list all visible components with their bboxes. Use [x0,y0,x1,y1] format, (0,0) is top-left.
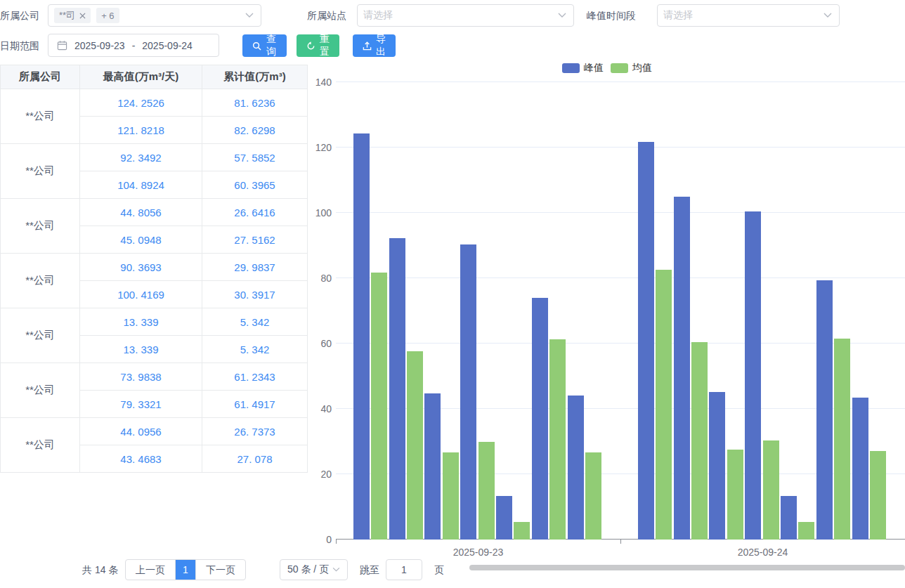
avg-bar [798,522,814,540]
cumulative-value-cell[interactable]: 57. 5852 [202,144,308,171]
cumulative-value-cell[interactable]: 30. 3917 [202,281,308,308]
cumulative-value-cell[interactable]: 81. 6236 [202,89,308,117]
avg-bar [691,342,708,540]
station-select[interactable]: 请选择 [357,4,574,27]
peak-bar [852,398,868,540]
company-cell: **公司 [1,89,80,144]
pagination-total: 共 14 条 [82,559,118,580]
avg-bar [727,450,743,540]
date-range-input[interactable]: 2025-09-23 - 2025-09-24 [48,34,219,57]
date-start: 2025-09-23 [74,40,125,51]
table-row: **公司13. 3395. 342 [1,308,308,336]
company-select[interactable]: **司 + 6 [48,4,261,27]
column-header-max: 最高值(万m³/天) [80,65,202,89]
max-value-cell[interactable]: 13. 339 [80,308,202,336]
y-axis-tick-label: 80 [308,273,332,284]
avg-bar [407,351,423,540]
avg-bar [549,339,566,540]
company-filter-label: 所属公司 [0,4,39,27]
column-header-cumulative: 累计值(万m³) [202,65,308,89]
company-cell: **公司 [1,418,80,473]
avg-bar [763,440,779,540]
cumulative-value-cell[interactable]: 82. 6298 [202,117,308,144]
legend-item-peak[interactable]: 峰值 [562,62,604,74]
query-button[interactable]: 查询 [242,34,287,57]
legend-label-avg: 均值 [632,62,652,74]
cumulative-value-cell[interactable]: 61. 4917 [202,391,308,418]
peak-period-select[interactable]: 请选择 [657,4,840,27]
export-icon [363,41,372,51]
chart-horizontal-scrollbar[interactable] [469,565,905,570]
peak-bar [674,197,690,540]
company-cell: **公司 [1,199,80,254]
peak-bar [816,280,833,540]
max-value-cell[interactable]: 43. 4683 [80,445,202,473]
y-axis-tick-label: 40 [308,403,332,414]
tag-close-icon[interactable] [79,13,86,19]
company-cell: **公司 [1,144,80,199]
company-tag: **司 [54,8,91,23]
table-row: **公司44. 805626. 6416 [1,199,308,226]
chevron-down-icon [823,13,832,18]
max-value-cell[interactable]: 124. 2526 [80,89,202,117]
cumulative-value-cell[interactable]: 26. 6416 [202,199,308,226]
cumulative-value-cell[interactable]: 26. 7373 [202,418,308,445]
cumulative-value-cell[interactable]: 60. 3965 [202,171,308,199]
cumulative-value-cell[interactable]: 61. 2343 [202,363,308,391]
x-axis-category-label: 2025-09-23 [336,547,620,558]
column-header-company: 所属公司 [1,65,80,89]
max-value-cell[interactable]: 92. 3492 [80,144,202,171]
avg-bar [656,270,672,540]
table-row: **公司44. 095626. 7373 [1,418,308,445]
reset-button[interactable]: 重置 [297,34,339,57]
reset-icon [306,41,315,51]
chart-legend: 峰值 均值 [309,62,905,74]
x-axis-tick [336,540,337,544]
cumulative-value-cell[interactable]: 5. 342 [202,308,308,336]
cumulative-value-cell[interactable]: 27. 078 [202,445,308,473]
x-axis-category-label: 2025-09-24 [620,547,905,558]
reset-button-label: 重置 [320,33,330,58]
next-page-button[interactable]: 下一页 [195,560,245,580]
max-value-cell[interactable]: 90. 3693 [80,254,202,281]
peak-bar [389,238,405,540]
y-axis-tick-label: 140 [308,77,332,88]
max-value-cell[interactable]: 13. 339 [80,336,202,363]
y-axis-tick-label: 20 [308,469,332,480]
export-button[interactable]: 导出 [353,34,396,57]
max-value-cell[interactable]: 79. 3321 [80,391,202,418]
cumulative-value-cell[interactable]: 29. 9837 [202,254,308,281]
y-axis-tick-label: 120 [308,142,332,153]
legend-item-avg[interactable]: 均值 [611,62,652,74]
table-row: **公司92. 349257. 5852 [1,144,308,171]
max-value-cell[interactable]: 44. 0956 [80,418,202,445]
legend-swatch-peak [562,63,580,73]
table-row: **公司73. 983861. 2343 [1,363,308,391]
gridline [336,147,905,148]
peak-bar [496,496,512,540]
cumulative-value-cell[interactable]: 27. 5162 [202,226,308,254]
current-page-button[interactable]: 1 [176,560,195,580]
company-tag-label: **司 [59,9,75,22]
avg-bar [834,339,850,540]
peak-bar [709,392,725,540]
max-value-cell[interactable]: 45. 0948 [80,226,202,254]
gridline [336,212,905,213]
x-axis-tick [620,540,621,544]
prev-page-button[interactable]: 上一页 [126,560,176,580]
max-value-cell[interactable]: 104. 8924 [80,171,202,199]
max-value-cell[interactable]: 44. 8056 [80,199,202,226]
table-header-row: 所属公司 最高值(万m³/天) 累计值(万m³) [1,65,308,89]
station-filter-label: 所属站点 [307,4,346,27]
max-value-cell[interactable]: 73. 9838 [80,363,202,391]
bar-chart: 峰值 均值 020406080100120140 2025-09-232025-… [309,60,905,588]
query-button-label: 查询 [266,33,277,58]
table-row: **公司124. 252681. 6236 [1,89,308,117]
max-value-cell[interactable]: 100. 4169 [80,281,202,308]
company-more-tag: + 6 [96,8,119,23]
date-range-label: 日期范围 [0,34,39,57]
peak-bar [424,393,441,540]
cumulative-value-cell[interactable]: 5. 342 [202,336,308,363]
company-data-table: 所属公司 最高值(万m³/天) 累计值(万m³) **公司124. 252681… [0,65,308,473]
max-value-cell[interactable]: 121. 8218 [80,117,202,144]
